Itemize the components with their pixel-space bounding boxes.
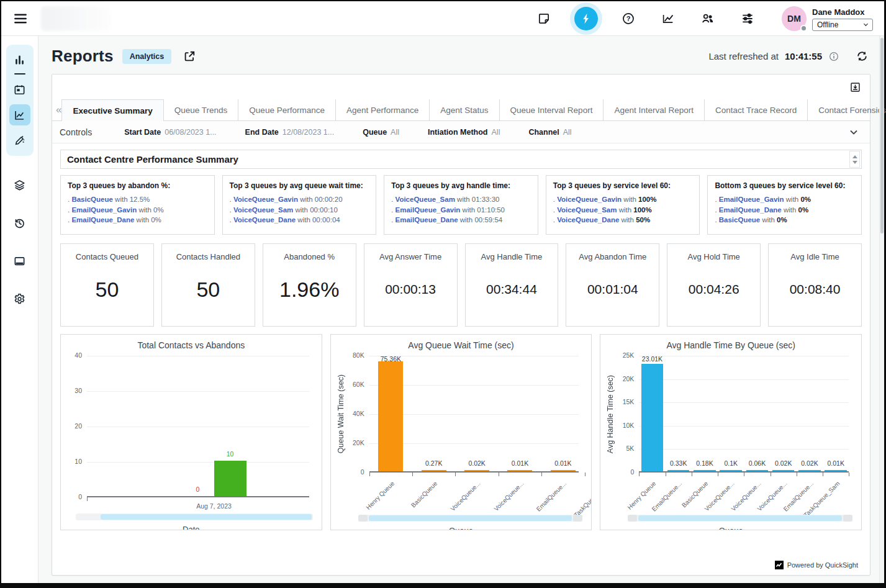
filter-name: Queue: [363, 128, 387, 137]
sidebar-item-settings[interactable]: [9, 288, 30, 309]
insight-strong-value: 100%: [638, 196, 656, 203]
queue-link[interactable]: BasicQueue: [71, 196, 112, 203]
agent-status-select[interactable]: Offline: [812, 19, 873, 31]
chart-x-scrollbar[interactable]: [358, 515, 583, 522]
insight-item: . VoiceQueue_Sam with 00:00:10: [230, 205, 369, 215]
gridline: [87, 427, 309, 427]
quick-actions-lightning-icon[interactable]: [574, 7, 598, 30]
filter-end-date[interactable]: End Date12/08/2023 1...: [245, 128, 335, 137]
chart-x-scrollbar-thumb[interactable]: [369, 515, 572, 521]
queue-link[interactable]: EmailQueue_Dane: [396, 216, 458, 224]
chart-x-scrollbar[interactable]: [76, 513, 313, 520]
bar-value-label: 10: [210, 450, 250, 458]
sidebar-item-customize[interactable]: [9, 130, 30, 151]
queue-link[interactable]: EmailQueue_Gavin: [396, 206, 461, 214]
bar-value-label: 0.27K: [414, 459, 454, 467]
queue-link[interactable]: EmailQueue_Gavin: [719, 196, 784, 203]
tab-queue-interval-report[interactable]: Queue Interval Report: [499, 99, 603, 120]
preferences-sliders-icon[interactable]: [738, 9, 757, 28]
sidebar-item-dashboard[interactable]: [9, 49, 30, 70]
kpi-label: Avg Idle Time: [790, 252, 839, 261]
queue-link[interactable]: VoiceQueue_Sam: [233, 206, 293, 214]
tab-agent-performance[interactable]: Agent Performance: [335, 99, 429, 120]
controls-collapse-icon[interactable]: [846, 125, 861, 140]
queue-link[interactable]: VoiceQueue_Dane: [557, 216, 619, 224]
sidebar-item-layers[interactable]: [9, 174, 30, 196]
queue-link[interactable]: EmailQueue_Gavin: [71, 206, 137, 214]
chart-x-scrollbar-thumb[interactable]: [101, 514, 312, 520]
refresh-icon[interactable]: [854, 49, 869, 64]
tab-agent-status[interactable]: Agent Status: [429, 99, 499, 120]
kpi-value: 50: [196, 261, 220, 326]
kpi-value: 00:04:26: [689, 261, 739, 326]
x-axis-tick: [455, 473, 456, 476]
avatar[interactable]: DM: [782, 6, 807, 31]
y-axis-label: Avg Handle Time (sec): [605, 356, 615, 473]
tab-queue-trends[interactable]: Queue Trends: [164, 99, 238, 120]
insight-item: . BasicQueue with 12.5%: [68, 194, 207, 205]
queue-link[interactable]: EmailQueue_Dane: [719, 206, 782, 214]
queue-link[interactable]: VoiceQueue_Gavin: [557, 196, 622, 203]
tab-agent-interval-report[interactable]: Agent Interval Report: [603, 99, 704, 120]
insight-item: . VoiceQueue_Gavin with 00:00:20: [230, 194, 369, 205]
bar: [798, 470, 820, 472]
page-scrollbar-thumb[interactable]: [880, 38, 884, 233]
y-tick-label: 10K: [615, 422, 634, 429]
chart-body: Queue Wait Time (sec)75.36K0.27K0.02K0.0…: [336, 356, 587, 512]
insight-item: . VoiceQueue_Dane with 00:00:04: [230, 215, 369, 225]
open-external-icon[interactable]: [181, 48, 197, 65]
chart-x-scrollbar[interactable]: [628, 515, 852, 522]
y-tick-label: 15K: [615, 398, 634, 405]
bar-value-label: 0.01K: [586, 459, 592, 467]
stepper-down-icon[interactable]: [852, 161, 857, 164]
queue-link[interactable]: BasicQueue: [719, 216, 760, 224]
insight-item: . EmailQueue_Gavin with 0%: [715, 194, 854, 205]
panel-footer: Powered by QuickSight: [60, 556, 862, 575]
users-icon[interactable]: [698, 9, 717, 28]
hamburger-menu-icon[interactable]: [11, 9, 30, 28]
summary-stepper[interactable]: [849, 151, 860, 168]
status-dot: [800, 25, 807, 32]
queue-link[interactable]: VoiceQueue_Sam: [557, 206, 617, 214]
sidebar-item-history[interactable]: [9, 212, 30, 233]
queue-link[interactable]: VoiceQueue_Gavin: [233, 196, 298, 203]
metrics-icon[interactable]: [659, 9, 677, 28]
kpi-label: Avg Abandon Time: [579, 252, 646, 261]
scrollbar-cap: [358, 515, 368, 522]
queue-link[interactable]: EmailQueue_Dane: [71, 216, 134, 224]
y-tick-label: 25K: [615, 351, 634, 359]
filter-start-date[interactable]: Start Date06/08/2023 1...: [124, 128, 216, 137]
help-icon[interactable]: ?: [619, 9, 638, 28]
plot-area: 01003518: [87, 356, 309, 497]
x-axis-tick: [369, 473, 370, 476]
filter-channel[interactable]: ChannelAll: [528, 128, 571, 137]
info-icon[interactable]: [828, 51, 839, 62]
filter-queue[interactable]: QueueAll: [363, 128, 399, 137]
x-axis-tick: [87, 497, 88, 501]
bar: [641, 364, 663, 471]
y-axis-label: Queue Wait Time (sec): [336, 356, 346, 473]
note-icon[interactable]: [535, 9, 553, 28]
last-refreshed-label: Last refreshed at: [708, 51, 779, 61]
sidebar-item-reports[interactable]: [9, 104, 30, 125]
x-axis-tick: [585, 473, 585, 476]
tab-queue-performance[interactable]: Queue Performance: [238, 99, 335, 120]
tab-contact-trace-record[interactable]: Contact Trace Record: [704, 99, 807, 120]
tabs-scroll-left-icon[interactable]: «: [56, 99, 61, 120]
page-scrollbar[interactable]: [879, 36, 884, 583]
tab-executive-summary[interactable]: Executive Summary: [61, 99, 163, 121]
queue-link[interactable]: VoiceQueue_Dane: [233, 216, 296, 224]
last-refreshed: Last refreshed at 10:41:55: [708, 49, 869, 64]
bar: [772, 470, 794, 472]
tab-contact-forensics[interactable]: Contact Forensics: [807, 99, 886, 120]
sidebar-item-schedule[interactable]: [9, 79, 30, 100]
stepper-up-icon[interactable]: [852, 155, 857, 158]
queue-link[interactable]: VoiceQueue_Sam: [396, 196, 455, 203]
x-axis-tick: [744, 473, 744, 476]
download-icon[interactable]: [848, 79, 862, 94]
bar-value-label: 23.01K: [632, 355, 672, 363]
summary-bar: Contact Centre Performance Summary: [60, 150, 862, 169]
filter-intiation-method[interactable]: Intiation MethodAll: [428, 128, 500, 137]
sidebar-item-window[interactable]: [9, 250, 30, 271]
chart-x-scrollbar-thumb[interactable]: [638, 515, 842, 521]
